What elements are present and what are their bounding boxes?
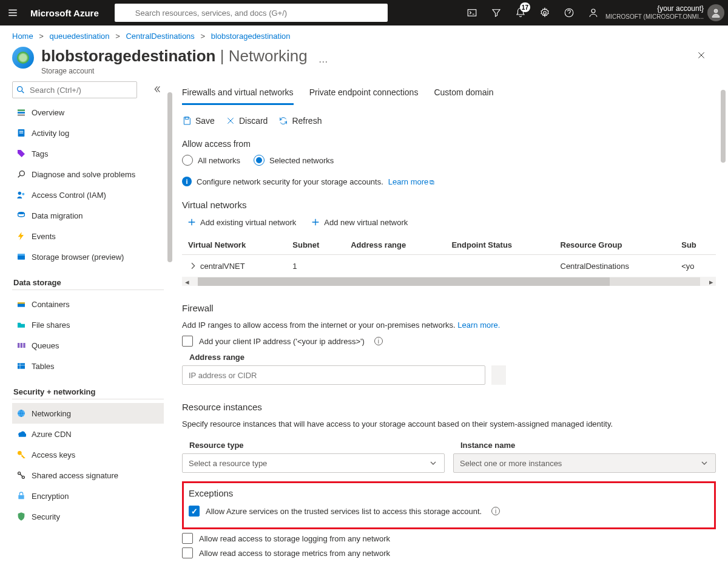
global-search-input[interactable] bbox=[115, 4, 388, 22]
cdn-icon bbox=[15, 429, 28, 439]
nav-containers[interactable]: Containers bbox=[12, 294, 164, 314]
nav-encryption[interactable]: Encryption bbox=[12, 486, 164, 506]
breadcrumb-3[interactable]: blobstoragedestination bbox=[211, 32, 291, 41]
instance-name-label: Instance name bbox=[453, 441, 716, 450]
add-new-vnet-button[interactable]: Add new virtual network bbox=[311, 217, 408, 227]
sidebar-section-storage: Data storage bbox=[12, 278, 164, 290]
add-client-ip-label: Add your client IP address ('<your ip ad… bbox=[199, 337, 365, 346]
more-actions-button[interactable]: … bbox=[318, 54, 329, 65]
add-client-ip-checkbox[interactable] bbox=[182, 336, 193, 347]
brand-label: Microsoft Azure bbox=[30, 8, 99, 18]
svg-rect-11 bbox=[19, 131, 24, 132]
col-status: Endpoint Status bbox=[445, 235, 554, 255]
col-sub: Sub bbox=[675, 235, 716, 255]
tables-icon bbox=[15, 361, 28, 371]
address-range-label: Address range bbox=[182, 353, 716, 362]
breadcrumb-home[interactable]: Home bbox=[12, 32, 33, 41]
page-title: blobstoragedestination | Networking bbox=[41, 47, 308, 66]
chevron-down-icon bbox=[428, 458, 438, 468]
nav-tables[interactable]: Tables bbox=[12, 356, 164, 376]
firewall-learn-more-link[interactable]: Learn more. bbox=[457, 320, 500, 330]
info-icon[interactable]: i bbox=[374, 337, 383, 345]
breadcrumb-1[interactable]: queuedestination bbox=[50, 32, 110, 41]
discard-button[interactable]: Discard bbox=[226, 116, 268, 126]
collapse-sidebar-button[interactable] bbox=[154, 84, 164, 96]
settings-button[interactable] bbox=[533, 0, 557, 25]
scroll-left-button[interactable]: ◂ bbox=[182, 277, 192, 286]
svg-point-6 bbox=[18, 87, 22, 92]
keys-icon bbox=[15, 450, 28, 459]
account-info[interactable]: {your account} MICROSOFT (MICROSOFT.ONMI… bbox=[605, 4, 707, 21]
scroll-right-button[interactable]: ▸ bbox=[706, 277, 716, 286]
breadcrumb-2[interactable]: CentralDestinations bbox=[126, 32, 194, 41]
vnet-row[interactable]: centralVNET 1 CentralDestinations <yo bbox=[182, 255, 716, 277]
fileshares-icon bbox=[15, 320, 28, 330]
nav-sas[interactable]: Shared access signature bbox=[12, 465, 164, 486]
sidebar-search-input[interactable] bbox=[12, 81, 137, 98]
search-icon bbox=[120, 7, 129, 19]
svg-rect-22 bbox=[23, 343, 25, 348]
vnet-horizontal-scrollbar[interactable]: ◂ ▸ bbox=[182, 277, 716, 286]
learn-more-link[interactable]: Learn more⧉ bbox=[388, 177, 434, 186]
allow-logging-read-checkbox[interactable] bbox=[182, 533, 193, 544]
exceptions-highlight: Exceptions Allow Azure services on the t… bbox=[182, 481, 716, 529]
close-blade-button[interactable] bbox=[696, 50, 706, 62]
main-scrollbar[interactable] bbox=[721, 90, 726, 163]
containers-icon bbox=[15, 299, 28, 309]
allow-trusted-services-checkbox[interactable] bbox=[189, 506, 200, 517]
info-icon[interactable]: i bbox=[491, 507, 500, 515]
cloud-shell-button[interactable] bbox=[460, 0, 484, 25]
networking-icon bbox=[15, 408, 28, 418]
resource-type-select[interactable]: Select a resource type bbox=[182, 453, 445, 473]
radio-all-networks[interactable]: All networks bbox=[182, 155, 240, 166]
col-addr: Address range bbox=[345, 235, 445, 255]
allow-metrics-read-checkbox[interactable] bbox=[182, 547, 193, 558]
instance-name-select[interactable]: Select one or more instances bbox=[453, 453, 716, 473]
save-button[interactable]: Save bbox=[182, 116, 215, 126]
nav-security[interactable]: Security bbox=[12, 506, 164, 527]
ri-heading: Resource instances bbox=[182, 402, 716, 412]
feedback-button[interactable] bbox=[581, 0, 605, 25]
nav-queues[interactable]: Queues bbox=[12, 335, 164, 356]
nav-iam[interactable]: Access Control (IAM) bbox=[12, 185, 164, 205]
notifications-button[interactable]: 17 bbox=[508, 0, 533, 25]
add-existing-vnet-button[interactable]: Add existing virtual network bbox=[187, 217, 296, 227]
help-button[interactable] bbox=[557, 0, 581, 25]
svg-rect-17 bbox=[18, 254, 25, 256]
nav-fileshares[interactable]: File shares bbox=[12, 314, 164, 335]
firewall-desc: Add IP ranges to allow access from the i… bbox=[182, 320, 716, 330]
radio-selected-networks[interactable]: Selected networks bbox=[254, 155, 334, 166]
tab-firewalls[interactable]: Firewalls and virtual networks bbox=[182, 85, 294, 105]
avatar[interactable] bbox=[707, 4, 724, 21]
encryption-icon bbox=[15, 491, 28, 501]
nav-tags[interactable]: Tags bbox=[12, 143, 164, 164]
refresh-button[interactable]: Refresh bbox=[278, 116, 322, 126]
nav-cdn[interactable]: Azure CDN bbox=[12, 424, 164, 444]
address-range-input[interactable] bbox=[182, 365, 485, 385]
resource-icon bbox=[12, 47, 34, 69]
nav-migration[interactable]: Data migration bbox=[12, 205, 164, 226]
vnet-table: Virtual Network Subnet Address range End… bbox=[182, 235, 716, 277]
chevron-right-icon bbox=[188, 261, 198, 271]
svg-point-4 bbox=[592, 9, 595, 13]
nav-overview[interactable]: Overview bbox=[12, 102, 164, 123]
notification-badge: 17 bbox=[520, 2, 530, 12]
firewall-heading: Firewall bbox=[182, 303, 716, 313]
ri-desc: Specify resource instances that will hav… bbox=[182, 419, 716, 429]
nav-events[interactable]: Events bbox=[12, 226, 164, 246]
directory-filter-button[interactable] bbox=[484, 0, 508, 25]
tab-private-endpoint[interactable]: Private endpoint connections bbox=[309, 85, 419, 105]
nav-networking[interactable]: Networking bbox=[12, 403, 164, 424]
command-bar: Save Discard Refresh bbox=[182, 116, 716, 126]
nav-access-keys[interactable]: Access keys bbox=[12, 444, 164, 465]
nav-diagnose[interactable]: Diagnose and solve problems bbox=[12, 164, 164, 185]
main-content: Firewalls and virtual networks Private e… bbox=[164, 81, 728, 571]
global-search[interactable] bbox=[115, 4, 388, 22]
svg-rect-8 bbox=[18, 112, 25, 114]
nav-storage-browser[interactable]: Storage browser (preview) bbox=[12, 246, 164, 267]
menu-button[interactable] bbox=[4, 7, 22, 18]
storage-browser-icon bbox=[15, 252, 28, 262]
tab-custom-domain[interactable]: Custom domain bbox=[434, 85, 493, 105]
svg-point-15 bbox=[18, 212, 25, 214]
nav-activity-log[interactable]: Activity log bbox=[12, 123, 164, 143]
